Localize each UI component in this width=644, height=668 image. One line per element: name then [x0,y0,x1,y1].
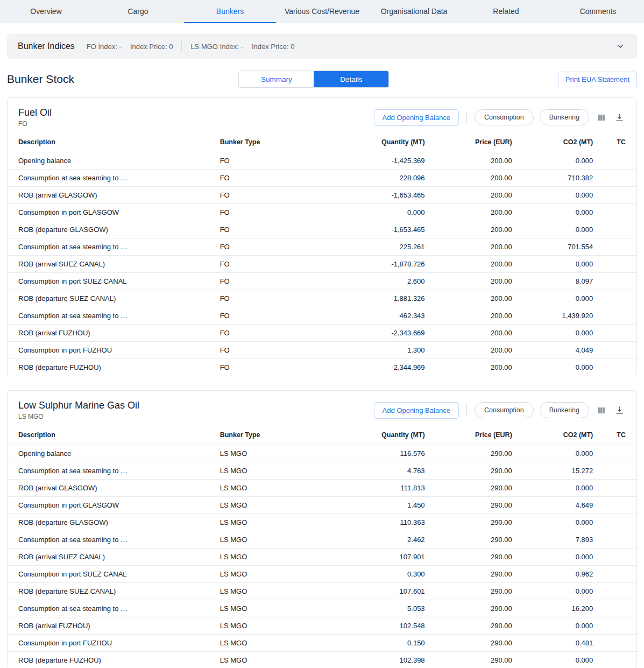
row-description: Consumption in port SUEZ CANAL [8,273,214,290]
tab-organisational-data[interactable]: Organisational Data [368,0,460,23]
add-opening-balance-button[interactable]: Add Opening Balance [374,109,459,126]
row-bunker-type: LS MGO [214,652,344,668]
tab-various-cost-revenue[interactable]: Various Cost/Revenue [276,0,368,23]
row-tc [599,514,636,531]
table-row[interactable]: Consumption at sea steaming to …LS MGO5.… [8,600,636,617]
row-bunker-type: LS MGO [214,566,344,583]
table-row[interactable]: ROB (arrival SUEZ CANAL)LS MGO107.901290… [8,549,636,566]
table-row[interactable]: Consumption in port SUEZ CANALLS MGO0.30… [8,566,636,583]
row-description: ROB (arrival FUZHOU) [8,325,214,342]
row-price: 290.00 [431,583,519,600]
download-icon[interactable] [613,111,626,124]
row-tc [599,652,636,668]
table-row[interactable]: ROB (arrival GLASGOW)LS MGO111.813290.00… [8,480,636,497]
row-tc [599,549,636,566]
row-description: ROB (arrival GLASGOW) [8,187,214,204]
row-quantity: 1.300 [344,342,431,359]
row-quantity: 116.576 [344,445,431,462]
row-co2: 0.000 [519,325,600,342]
details-toggle-button[interactable]: Details [314,71,388,87]
tab-comments[interactable]: Comments [552,0,644,23]
row-tc [599,566,636,583]
card-header: Low Sulphur Marine Gas Oil LS MGO Add Op… [8,391,636,425]
table-row[interactable]: Consumption in port GLASGOWLS MGO1.45029… [8,497,636,514]
row-bunker-type: FO [214,204,344,221]
page-header: Bunker Stock Summary Details Print EUA S… [7,71,637,88]
table-row[interactable]: ROB (departure FUZHOU)FO-2,344.969200.00… [8,359,636,376]
tab-overview[interactable]: Overview [0,0,92,23]
table-row[interactable]: ROB (departure SUEZ CANAL)LS MGO107.6012… [8,583,636,600]
tab-related[interactable]: Related [460,0,552,23]
table-row[interactable]: Consumption in port GLASGOWFO0.000200.00… [8,204,636,221]
table-row[interactable]: ROB (arrival GLASGOW)FO-1,653.465200.000… [8,187,636,204]
row-bunker-type: FO [214,359,344,376]
table-row[interactable]: Consumption at sea steaming to …LS MGO2.… [8,531,636,549]
row-quantity: 1.450 [344,497,431,514]
table-row[interactable]: Consumption in port FUZHOUFO1.300200.004… [8,342,636,359]
column-header: Description [8,132,214,152]
row-quantity: 4.763 [344,462,431,480]
row-co2: 0.000 [519,480,599,497]
row-description: Consumption in port FUZHOU [8,342,214,359]
column-header: TC [599,425,636,445]
column-header: Description [8,425,214,445]
consumption-button[interactable]: Consumption [475,109,534,125]
row-price: 290.00 [431,549,519,566]
table-row[interactable]: Opening balanceLS MGO116.576290.000.000 [8,445,636,462]
table-row[interactable]: Consumption at sea steaming to …LS MGO4.… [8,462,636,480]
row-co2: 1,439.920 [519,307,600,325]
row-co2: 0.000 [519,583,599,600]
summary-toggle-button[interactable]: Summary [239,71,314,87]
table-row[interactable]: Consumption in port SUEZ CANALFO2.600200… [8,273,636,290]
divider [181,41,182,51]
table-row[interactable]: ROB (arrival FUZHOU)LS MGO102.548290.000… [8,617,636,635]
row-bunker-type: LS MGO [214,480,344,497]
table-row[interactable]: Opening balanceFO-1,425.369200.000.000 [8,152,636,170]
tab-bunkers[interactable]: Bunkers [184,0,276,23]
top-nav: Overview Cargo Bunkers Various Cost/Reve… [0,0,644,23]
table-row[interactable]: ROB (departure GLASGOW)FO-1,653.465200.0… [8,221,636,238]
column-header: TC [599,132,636,152]
print-eua-statement-button[interactable]: Print EUA Statement [558,72,637,87]
table-row[interactable]: ROB (arrival SUEZ CANAL)FO-1,878.726200.… [8,256,636,273]
ls-mgo-index-value: LS MGO Index: - [190,43,243,51]
bunkering-button[interactable]: Bunkering [540,109,589,125]
row-price: 290.00 [431,635,519,652]
fo-index-price: Index Price: 0 [130,43,173,51]
fuel-oil-card: Fuel Oil FO Add Opening Balance Consumpt… [7,97,637,376]
row-description: ROB (arrival SUEZ CANAL) [8,549,214,566]
table-row[interactable]: ROB (departure FUZHOU)LS MGO102.398290.0… [8,652,636,668]
row-description: Consumption in port FUZHOU [8,635,214,652]
row-quantity: 462.343 [344,307,431,325]
row-co2: 0.000 [519,256,600,273]
card-header: Fuel Oil FO Add Opening Balance Consumpt… [8,98,636,132]
row-quantity: 0.300 [344,566,431,583]
row-price: 200.00 [431,170,519,187]
table-row[interactable]: Consumption in port FUZHOULS MGO0.150290… [8,635,636,652]
bunkering-button[interactable]: Bunkering [540,402,589,418]
add-opening-balance-button[interactable]: Add Opening Balance [374,402,459,419]
chevron-down-icon[interactable] [614,40,626,52]
view-columns-icon[interactable] [595,404,607,417]
row-quantity: -2,343.669 [344,325,431,342]
row-tc [599,600,636,617]
row-price: 290.00 [431,445,519,462]
view-columns-icon[interactable] [595,111,607,124]
row-quantity: -1,878.726 [344,256,431,273]
row-price: 200.00 [431,325,519,342]
table-row[interactable]: Consumption at sea steaming to …FO462.34… [8,307,636,325]
table-row[interactable]: ROB (arrival FUZHOU)FO-2,343.669200.000.… [8,325,636,342]
download-icon[interactable] [613,404,626,417]
row-description: ROB (departure GLASGOW) [8,514,214,531]
row-bunker-type: FO [214,152,344,170]
row-tc [599,462,636,480]
table-row[interactable]: Consumption at sea steaming to …FO225.26… [8,238,636,256]
row-bunker-type: FO [214,256,344,273]
row-tc [599,238,636,256]
row-bunker-type: LS MGO [214,531,344,549]
table-row[interactable]: ROB (departure GLASGOW)LS MGO110.363290.… [8,514,636,531]
table-row[interactable]: Consumption at sea steaming to …FO228.09… [8,170,636,187]
tab-cargo[interactable]: Cargo [92,0,184,23]
table-row[interactable]: ROB (departure SUEZ CANAL)FO-1,881.32620… [8,290,636,307]
consumption-button[interactable]: Consumption [475,402,534,418]
